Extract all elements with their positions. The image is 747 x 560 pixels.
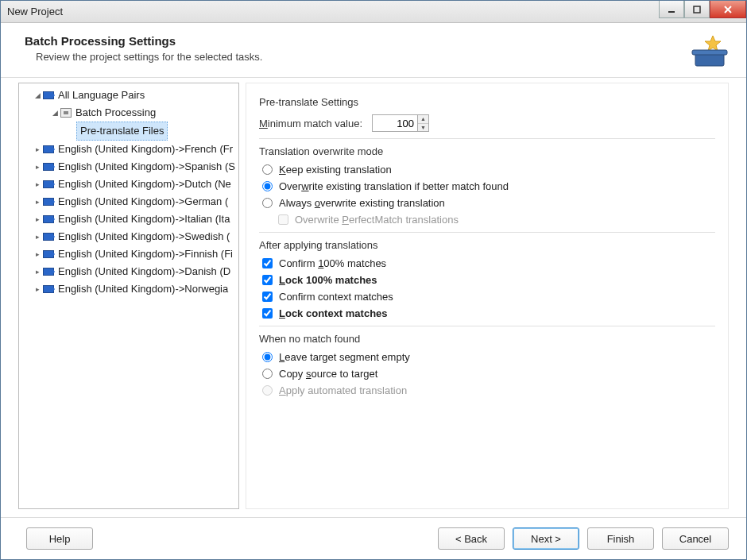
min-match-underline: M xyxy=(259,118,268,129)
lock-100-input[interactable] xyxy=(262,275,273,285)
keep-existing-input[interactable] xyxy=(262,164,273,175)
always-overwrite-radio[interactable]: Always overwrite existing translation xyxy=(262,197,715,209)
pretranslate-section-title: Pre-translate Settings xyxy=(259,96,715,108)
expander-icon[interactable]: ▸ xyxy=(33,210,41,228)
flag-icon xyxy=(43,233,54,241)
back-button[interactable]: < Back xyxy=(438,527,505,550)
tree-pretranslate[interactable]: Pre-translate Files xyxy=(19,122,238,141)
expander-icon[interactable]: ▸ xyxy=(33,228,41,245)
min-match-input[interactable] xyxy=(372,114,418,132)
expander-icon[interactable]: ▸ xyxy=(33,176,41,193)
confirm-100-input[interactable] xyxy=(262,258,273,268)
tree-pair[interactable]: ▸English (United Kingdom)->Norwegia xyxy=(19,280,238,298)
expander-icon[interactable]: ◢ xyxy=(51,104,59,122)
lock-context-checkbox[interactable]: Lock context matches xyxy=(262,307,715,319)
tree-pair-label: English (United Kingdom)->Danish (D xyxy=(58,263,230,280)
overwrite-perfectmatch-label: Overwrite PerfectMatch translations xyxy=(295,214,459,226)
settings-panel: Pre-translate Settings Minimum match val… xyxy=(246,83,729,509)
window-controls xyxy=(659,1,746,20)
overwrite-perfectmatch-input xyxy=(278,214,288,225)
tree-pair-label: English (United Kingdom)->French (Fr xyxy=(58,141,233,158)
tree-pair[interactable]: ▸English (United Kingdom)->German ( xyxy=(19,193,238,210)
keep-existing-label: Keep existing translation xyxy=(279,164,392,176)
spin-down-icon[interactable]: ▼ xyxy=(418,124,428,132)
leave-empty-input[interactable] xyxy=(262,352,273,362)
confirm-100-label: Confirm 100% matches xyxy=(279,257,386,269)
maximize-button[interactable] xyxy=(684,1,710,18)
titlebar: New Project xyxy=(1,1,746,23)
min-match-rest: inimum match value: xyxy=(268,118,362,129)
tree-pair-label: English (United Kingdom)->Norwegia xyxy=(58,280,228,298)
close-button[interactable] xyxy=(710,1,746,18)
tree-pair[interactable]: ▸English (United Kingdom)->Finnish (Fi xyxy=(19,245,238,263)
after-section-title: After applying translations xyxy=(259,239,715,251)
header-text: Batch Processing Settings Review the pro… xyxy=(25,34,262,63)
tree-selected-label: Pre-translate Files xyxy=(76,122,168,141)
overwrite-better-radio[interactable]: Overwrite existing translation if better… xyxy=(262,180,715,192)
dialog-body: ◢ All Language Pairs ◢ Batch Processing … xyxy=(1,78,746,517)
flag-icon xyxy=(43,180,54,188)
help-button[interactable]: Help xyxy=(26,527,93,550)
auto-translate-radio: Apply automated translation xyxy=(262,384,715,396)
window-title: New Project xyxy=(7,6,63,17)
lock-context-input[interactable] xyxy=(262,308,273,319)
flag-icon xyxy=(43,145,54,153)
tree-pair-label: English (United Kingdom)->German ( xyxy=(58,193,228,210)
tree-batch-label: Batch Processing xyxy=(75,104,156,122)
spin-up-icon[interactable]: ▲ xyxy=(418,115,428,124)
min-match-label: Minimum match value: xyxy=(259,118,362,129)
tree-pair[interactable]: ▸English (United Kingdom)->Swedish ( xyxy=(19,228,238,245)
always-overwrite-input[interactable] xyxy=(262,198,273,208)
expander-icon[interactable]: ▸ xyxy=(33,280,41,298)
next-button[interactable]: Next > xyxy=(513,527,579,550)
flag-icon xyxy=(43,163,54,171)
flag-icon xyxy=(43,285,54,293)
expander-icon[interactable]: ▸ xyxy=(33,193,41,210)
tree-pair[interactable]: ▸English (United Kingdom)->French (Fr xyxy=(19,141,238,158)
tree-root-label: All Language Pairs xyxy=(58,87,145,104)
confirm-context-input[interactable] xyxy=(262,292,273,302)
tree-pair[interactable]: ▸English (United Kingdom)->Danish (D xyxy=(19,263,238,280)
tree-pair-label: English (United Kingdom)->Italian (Ita xyxy=(58,210,230,228)
expander-icon[interactable]: ▸ xyxy=(33,141,41,158)
expander-icon[interactable]: ▸ xyxy=(33,245,41,263)
overwrite-section-title: Translation overwrite mode xyxy=(259,145,715,157)
dialog-header: Batch Processing Settings Review the pro… xyxy=(1,23,746,78)
lock-100-checkbox[interactable]: Lock 100% matches xyxy=(262,274,715,286)
tree-pair[interactable]: ▸English (United Kingdom)->Italian (Ita xyxy=(19,210,238,228)
finish-button[interactable]: Finish xyxy=(587,527,654,550)
basket-star-icon xyxy=(689,34,729,69)
close-icon xyxy=(723,5,733,14)
leave-empty-label: Leave target segment empty xyxy=(279,351,410,363)
tree-pair-label: English (United Kingdom)->Finnish (Fi xyxy=(58,245,233,263)
copy-source-input[interactable] xyxy=(262,369,273,379)
separator xyxy=(259,232,715,233)
tree-pair[interactable]: ▸English (United Kingdom)->Dutch (Ne xyxy=(19,176,238,193)
flag-icon xyxy=(43,215,54,223)
tree-batch[interactable]: ◢ Batch Processing xyxy=(19,104,238,122)
confirm-100-checkbox[interactable]: Confirm 100% matches xyxy=(262,257,715,269)
confirm-context-checkbox[interactable]: Confirm context matches xyxy=(262,291,715,303)
leave-empty-radio[interactable]: Leave target segment empty xyxy=(262,351,715,363)
copy-source-radio[interactable]: Copy source to target xyxy=(262,368,715,380)
min-match-spinner[interactable]: ▲▼ xyxy=(418,114,429,132)
lock-context-label: Lock context matches xyxy=(279,307,388,319)
tree-pair[interactable]: ▸English (United Kingdom)->Spanish (S xyxy=(19,158,238,176)
tree-pair-label: English (United Kingdom)->Swedish ( xyxy=(58,228,230,245)
overwrite-better-input[interactable] xyxy=(262,181,273,191)
tree-root[interactable]: ◢ All Language Pairs xyxy=(19,87,238,104)
expander-icon[interactable]: ▸ xyxy=(33,263,41,280)
confirm-context-label: Confirm context matches xyxy=(279,291,393,303)
minimize-button[interactable] xyxy=(659,1,684,18)
flag-icon xyxy=(43,268,54,276)
auto-translate-label: Apply automated translation xyxy=(279,384,407,396)
expander-icon[interactable]: ▸ xyxy=(33,158,41,176)
flag-icon xyxy=(43,198,54,206)
lock-100-label: Lock 100% matches xyxy=(279,274,377,286)
tree-pair-label: English (United Kingdom)->Dutch (Ne xyxy=(58,176,231,193)
expander-icon[interactable]: ◢ xyxy=(33,87,41,104)
cancel-button[interactable]: Cancel xyxy=(662,527,729,550)
flag-icon xyxy=(43,250,54,258)
settings-tree: ◢ All Language Pairs ◢ Batch Processing … xyxy=(18,83,239,509)
keep-existing-radio[interactable]: Keep existing translation xyxy=(262,164,715,176)
